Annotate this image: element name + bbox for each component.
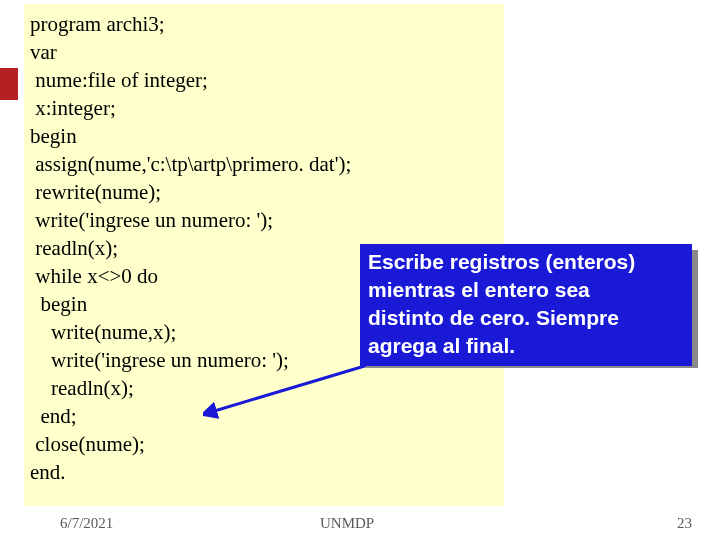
code-line: begin bbox=[30, 122, 498, 150]
code-line: write('ingrese un numero: '); bbox=[30, 206, 498, 234]
callout-line: distinto de cero. Siempre bbox=[368, 304, 684, 332]
accent-bar bbox=[0, 68, 18, 100]
footer-page-number: 23 bbox=[677, 515, 692, 532]
code-line: var bbox=[30, 38, 498, 66]
code-line: program archi3; bbox=[30, 10, 498, 38]
footer-date: 6/7/2021 bbox=[60, 515, 113, 532]
callout-line: agrega al final. bbox=[368, 332, 684, 360]
callout-box: Escribe registros (enteros) mientras el … bbox=[360, 244, 698, 366]
code-line: end. bbox=[30, 458, 498, 486]
code-line: end; bbox=[30, 402, 498, 430]
code-line: readln(x); bbox=[30, 374, 498, 402]
code-line: close(nume); bbox=[30, 430, 498, 458]
code-line: nume:file of integer; bbox=[30, 66, 498, 94]
callout-line: mientras el entero sea bbox=[368, 276, 684, 304]
slide-footer: 6/7/2021 UNMDP 23 bbox=[0, 510, 720, 532]
callout-content: Escribe registros (enteros) mientras el … bbox=[360, 244, 692, 366]
code-line: x:integer; bbox=[30, 94, 498, 122]
callout-line: Escribe registros (enteros) bbox=[368, 248, 684, 276]
footer-center: UNMDP bbox=[320, 515, 374, 532]
code-line: rewrite(nume); bbox=[30, 178, 498, 206]
code-line: assign(nume,'c:\tp\artp\primero. dat'); bbox=[30, 150, 498, 178]
